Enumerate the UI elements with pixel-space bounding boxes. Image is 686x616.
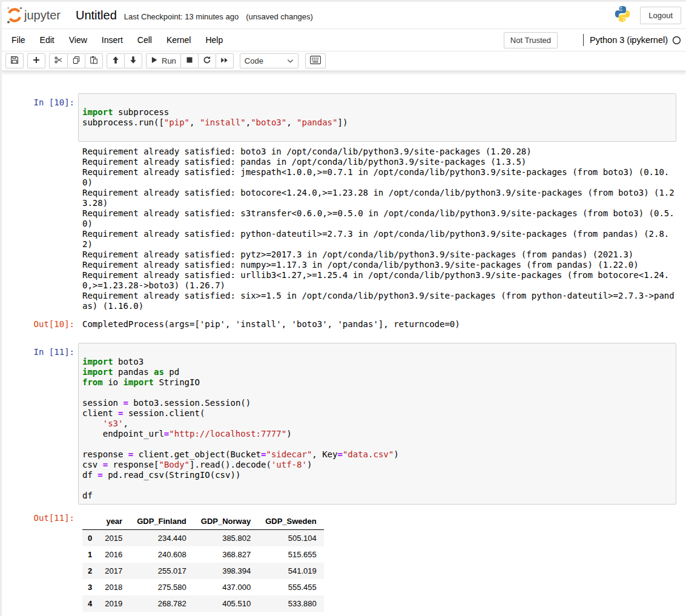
move-cell-down-button[interactable] [124,53,142,68]
table-cell: 234.440 [130,530,194,547]
table-row: 32018275.580437.000555.455 [82,579,324,595]
interrupt-kernel-button[interactable] [180,53,199,68]
table-cell: 2015 [97,530,130,547]
table-cell: 515.655 [258,546,324,563]
table-row: 22017255.017398.394541.019 [82,563,324,579]
dataframe-output: yearGDP_FinlandGDP_NorwayGDP_Sweden02015… [82,513,324,612]
menu-cell[interactable]: Cell [130,30,159,50]
cut-cell-button[interactable] [49,53,68,68]
restart-kernel-button[interactable] [198,53,216,68]
toolbar: Run Code [2,51,686,71]
kernel-name: Python 3 (ipykernel) [590,35,668,45]
table-cell: 2018 [97,579,130,595]
table-cell: 437.000 [194,579,258,595]
python-logo-icon [613,5,632,25]
arrow-up-icon [111,56,120,66]
input-prompt: In [11]: [10,343,78,357]
menu-insert[interactable]: Insert [94,30,130,50]
title-area: Untitled Last Checkpoint: 13 minutes ago… [76,8,313,22]
chevron-down-icon [287,56,294,65]
table-cell: 275.580 [130,579,194,595]
stop-icon [186,56,193,65]
table-cell: 240.608 [130,546,194,563]
table-row-index: 2 [82,563,97,579]
menu-view[interactable]: View [62,30,94,50]
table-index-header [82,513,97,530]
notebook-title[interactable]: Untitled [76,8,117,22]
plus-icon [32,56,41,66]
code-editor[interactable]: import subprocess subprocess.run(["pip",… [78,93,676,142]
table-cell: 268.782 [130,595,194,612]
add-cell-button[interactable] [27,53,45,68]
dataframe-table: yearGDP_FinlandGDP_NorwayGDP_Sweden02015… [82,513,324,612]
menu-items: FileEditViewInsertCellKernelHelp [4,30,230,50]
jupyter-wordmark: jupyter [24,8,61,22]
output-prompt: Out[11]: [10,513,78,523]
cell-output-result: CompletedProcess(args=['pip', 'install',… [82,319,460,330]
cell-input-row: In [10]: import subprocess subprocess.ru… [10,93,676,142]
menu-edit[interactable]: Edit [33,30,62,50]
code-cell-1: In [11]: import boto3 import pandas as p… [10,343,676,612]
run-label: Run [162,56,176,65]
input-prompt: In [10]: [10,93,78,108]
menubar: FileEditViewInsertCellKernelHelp Not Tru… [2,28,686,51]
table-cell: 541.019 [258,563,324,579]
table-cell: 2017 [97,563,130,579]
cell-type-select[interactable]: Code [240,53,298,68]
table-cell: 505.104 [258,530,324,547]
autosave-status: (unsaved changes) [246,12,313,21]
table-column-header: GDP_Finland [130,513,194,530]
table-column-header: GDP_Norway [194,513,258,530]
cell-type-value: Code [245,56,263,65]
table-row: 12016240.608368.827515.655 [82,546,324,563]
kernel-status-icon [672,36,681,45]
table-cell: 405.510 [194,595,258,612]
table-row-index: 0 [82,530,97,547]
logo-dot-icon [7,21,10,23]
play-icon [151,56,158,65]
table-cell: 533.880 [258,595,324,612]
menu-help[interactable]: Help [198,30,230,50]
copy-cell-button[interactable] [67,53,85,68]
menu-kernel[interactable]: Kernel [159,30,198,50]
paste-cell-button[interactable] [85,53,103,68]
table-row: 42019268.782405.510533.880 [82,595,324,612]
table-cell: 555.455 [258,579,324,595]
header-bar: jupyter Untitled Last Checkpoint: 13 min… [2,2,686,28]
table-cell: 255.017 [130,563,194,579]
code-cell-0: In [10]: import subprocess subprocess.ru… [10,93,676,330]
table-row-index: 4 [82,595,97,612]
table-cell: 398.394 [194,563,258,579]
paste-icon [90,56,98,66]
restart-icon [203,56,211,66]
table-column-header: GDP_Sweden [258,513,324,530]
arrow-down-icon [129,56,137,66]
move-cell-up-button[interactable] [107,53,125,68]
code-editor[interactable]: import boto3 import pandas as pd from io… [78,343,676,505]
jupyter-logo-svg: jupyter [5,4,64,26]
logo-dot-icon [7,7,8,8]
not-trusted-badge[interactable]: Not Trusted [504,32,558,48]
jupyter-logo[interactable]: jupyter [5,4,64,26]
save-icon [10,56,19,66]
code-text: import boto3 import pandas as pd from io… [82,346,673,501]
cell-output-stdout: Requirement already satisfied: boto3 in … [82,147,676,311]
checkpoint-status: Last Checkpoint: 13 minutes ago [124,12,239,21]
table-cell: 368.827 [194,546,258,563]
restart-run-all-button[interactable] [216,53,234,68]
scissors-icon [54,56,63,66]
table-column-header: year [97,513,130,530]
table-cell: 385.802 [194,530,258,547]
fast-forward-icon [220,56,228,66]
keyboard-icon [310,56,321,66]
run-button[interactable]: Run [146,53,181,68]
logout-button[interactable]: Logout [640,7,681,24]
table-cell: 2016 [97,546,130,563]
kernel-separator [583,34,584,46]
notebook: In [10]: import subprocess subprocess.ru… [2,71,686,612]
menu-file[interactable]: File [4,30,33,50]
command-palette-button[interactable] [305,53,326,68]
cell-input-row: In [11]: import boto3 import pandas as p… [10,343,676,505]
save-button[interactable] [5,53,24,68]
copy-icon [72,56,81,66]
